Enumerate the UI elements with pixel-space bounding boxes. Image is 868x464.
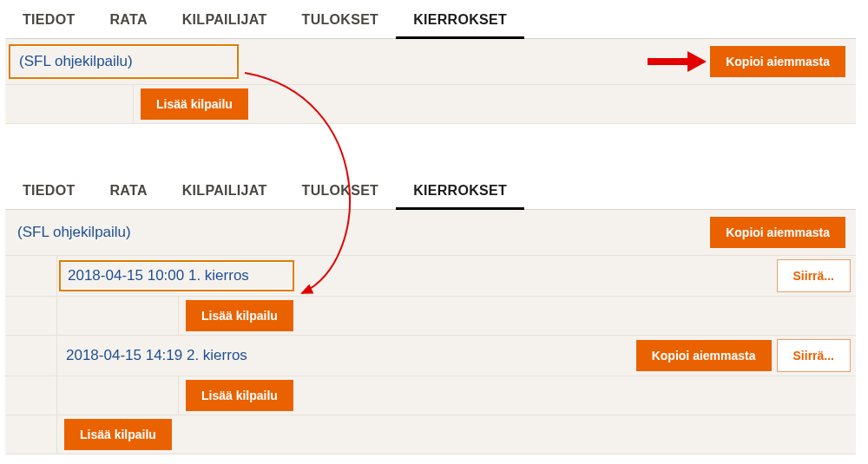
- tab-kierrokset[interactable]: KIERROKSET: [396, 176, 524, 210]
- tab-kilpailijat[interactable]: KILPAILIJAT: [165, 5, 285, 38]
- copy-previous-button-round[interactable]: Kopioi aiemmasta: [636, 340, 772, 371]
- add-competition-row: Lisää kilpailu: [5, 376, 856, 415]
- copy-previous-button[interactable]: Kopioi aiemmasta: [710, 46, 845, 77]
- add-competition-row: Lisää kilpailu: [5, 297, 856, 336]
- tab-tiedot[interactable]: TIEDOT: [5, 176, 92, 209]
- tab-kierrokset[interactable]: KIERROKSET: [396, 5, 524, 39]
- round-link[interactable]: 2018-04-15 14:19 2. kierros: [59, 342, 254, 369]
- annotation-arrow-right: [648, 54, 708, 69]
- copy-previous-button-2[interactable]: Kopioi aiemmasta: [710, 217, 845, 248]
- round-row: 2018-04-15 10:00 1. kierrosSiirrä...: [5, 256, 856, 297]
- add-competition-button[interactable]: Lisää kilpailu: [186, 300, 293, 331]
- top-panel: TIEDOTRATAKILPAILIJATTULOKSETKIERROKSET …: [5, 0, 856, 124]
- tab-tiedot[interactable]: TIEDOT: [5, 5, 92, 38]
- competition-title-row-2: (SFL ohjekilpailu) Kopioi aiemmasta: [5, 210, 856, 256]
- add-competition-button-final[interactable]: Lisää kilpailu: [64, 419, 172, 450]
- add-competition-row-top: Lisää kilpailu: [5, 85, 856, 124]
- tab-rata[interactable]: RATA: [92, 176, 164, 209]
- add-competition-button[interactable]: Lisää kilpailu: [141, 88, 248, 120]
- move-button[interactable]: Siirrä...: [777, 259, 851, 292]
- tab-rata[interactable]: RATA: [92, 5, 164, 38]
- add-competition-row-final: Lisää kilpailu: [5, 415, 856, 454]
- add-competition-button[interactable]: Lisää kilpailu: [186, 380, 293, 411]
- competition-title-link-2[interactable]: (SFL ohjekilpailu): [9, 215, 140, 250]
- competition-title-link[interactable]: (SFL ohjekilpailu): [9, 44, 239, 79]
- tab-tulokset[interactable]: TULOKSET: [285, 176, 397, 209]
- round-link[interactable]: 2018-04-15 10:00 1. kierros: [59, 260, 294, 291]
- tab-kilpailijat[interactable]: KILPAILIJAT: [165, 176, 285, 209]
- round-row: 2018-04-15 14:19 2. kierrosKopioi aiemma…: [5, 336, 856, 376]
- competition-title-row: (SFL ohjekilpailu) Kopioi aiemmasta: [5, 39, 856, 85]
- tabs-top: TIEDOTRATAKILPAILIJATTULOKSETKIERROKSET: [5, 0, 856, 39]
- move-button[interactable]: Siirrä...: [777, 339, 851, 372]
- bottom-panel: TIEDOTRATAKILPAILIJATTULOKSETKIERROKSET …: [5, 171, 856, 454]
- tabs-bottom: TIEDOTRATAKILPAILIJATTULOKSETKIERROKSET: [5, 171, 856, 210]
- tab-tulokset[interactable]: TULOKSET: [285, 5, 397, 38]
